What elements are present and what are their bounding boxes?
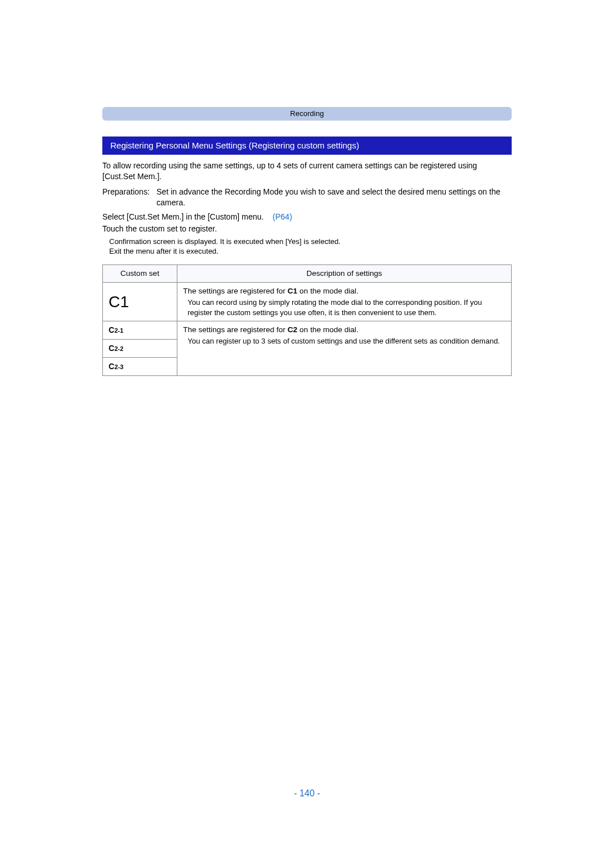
- category-header: Recording: [102, 107, 512, 121]
- custom-set-c2-description: The settings are registered for C2 on th…: [177, 321, 512, 376]
- custom-set-c1-label: C1: [103, 282, 177, 321]
- custom-set-c2-1-label: C2-1: [103, 321, 177, 340]
- table-header-row: Custom set Description of settings: [103, 264, 512, 282]
- c2-desc-pre: The settings are registered for: [183, 325, 288, 334]
- c2-3-c: C: [109, 362, 114, 371]
- custom-set-c1-description: The settings are registered for C1 on th…: [177, 282, 512, 321]
- step-1-text: Select [Cust.Set Mem.] in the [Custom] m…: [102, 212, 264, 221]
- step-2: Touch the custom set to register.: [102, 224, 512, 234]
- preparations-row: Preparations: Set in advance the Recordi…: [102, 187, 512, 208]
- c2-2-c: C: [109, 344, 114, 353]
- c2-2-sub: 2-2: [114, 345, 123, 352]
- page-number: - 140 -: [0, 787, 614, 800]
- table-header-customset: Custom set: [103, 264, 177, 282]
- table-header-description: Description of settings: [177, 264, 512, 282]
- custom-set-c2-2-label: C2-2: [103, 340, 177, 358]
- c1-desc-pre: The settings are registered for: [183, 287, 288, 295]
- intro-paragraph: To allow recording using the same settin…: [102, 160, 512, 182]
- c2-3-sub: 2-3: [114, 363, 123, 370]
- step-1: Select [Cust.Set Mem.] in the [Custom] m…: [102, 212, 512, 222]
- table-row: C1 The settings are registered for C1 on…: [103, 282, 512, 321]
- mode-dial-c1-icon: C1: [288, 287, 297, 295]
- c1-subdescription: You can record using by simply rotating …: [183, 297, 505, 317]
- custom-set-table: Custom set Description of settings C1 Th…: [102, 264, 512, 376]
- c2-1-c: C: [109, 325, 114, 334]
- c2-1-sub: 2-1: [114, 327, 123, 334]
- preparations-label: Preparations:: [102, 187, 156, 208]
- c2-subdescription: You can register up to 3 sets of custom …: [183, 336, 505, 346]
- custom-set-c2-3-label: C2-3: [103, 358, 177, 376]
- preparations-text: Set in advance the Recording Mode you wi…: [156, 187, 512, 208]
- confirmation-note-1: Confirmation screen is displayed. It is …: [109, 237, 512, 247]
- c1-desc-post: on the mode dial.: [297, 287, 358, 295]
- section-title: Registering Personal Menu Settings (Regi…: [102, 137, 512, 155]
- c2-desc-post: on the mode dial.: [297, 325, 358, 334]
- document-page: Recording Registering Personal Menu Sett…: [0, 0, 614, 868]
- page-reference-link[interactable]: (P64): [273, 212, 292, 221]
- mode-dial-c2-icon: C2: [288, 325, 297, 334]
- table-row: C2-1 The settings are registered for C2 …: [103, 321, 512, 340]
- confirmation-note-2: Exit the menu after it is executed.: [109, 246, 512, 257]
- category-label: Recording: [290, 109, 323, 119]
